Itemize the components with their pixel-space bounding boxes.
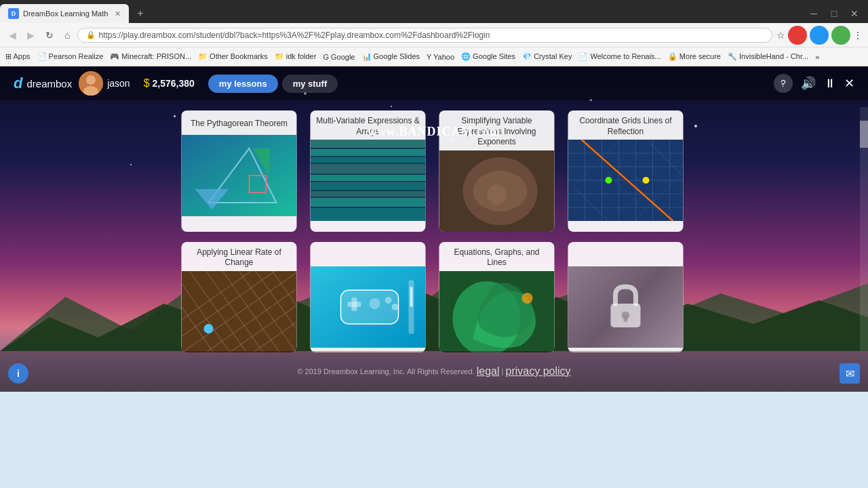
bandicam-watermark: www.BANDICAM.com xyxy=(0,125,868,139)
tab-close-button[interactable]: ✕ xyxy=(115,9,121,18)
bookmark-more[interactable]: » xyxy=(815,53,819,61)
more-menu-button[interactable]: ⋮ xyxy=(853,30,863,41)
address-bar[interactable]: 🔒 https://play.dreambox.com/student/dbl?… xyxy=(77,28,772,43)
lesson-image-multivariable xyxy=(311,140,426,221)
lesson-card-locked[interactable] xyxy=(568,242,684,352)
coin-balance: $ 2,576,380 xyxy=(144,77,195,89)
bookmark-pearson[interactable]: 📄 Pearson Realize xyxy=(37,52,104,61)
svg-point-64 xyxy=(392,304,399,310)
logo-d: d xyxy=(14,75,22,92)
maximize-button[interactable]: □ xyxy=(826,5,842,22)
lesson-grid: The Pythagorean Theorem Multi-Variable E… xyxy=(182,110,687,352)
ssl-icon: 🔒 xyxy=(86,30,96,39)
active-tab[interactable]: D DreamBox Learning Math ✕ xyxy=(0,4,129,23)
svg-rect-68 xyxy=(410,287,413,307)
url-display: https://play.dreambox.com/student/dbl?ba… xyxy=(98,30,764,40)
svg-point-35 xyxy=(643,177,650,184)
lesson-image-linear xyxy=(182,271,297,352)
lesson-card-game[interactable] xyxy=(311,242,426,352)
tab-favicon: D xyxy=(8,8,19,19)
header-controls: ? 🔊 ⏸ ✕ xyxy=(774,74,854,93)
close-window-button[interactable]: ✕ xyxy=(846,5,863,22)
dreambox-app: www.BANDICAM.com d dreambox jason $ 2,57… xyxy=(0,66,868,392)
coin-amount: 2,576,380 xyxy=(153,78,195,89)
audio-button[interactable]: 🔊 xyxy=(801,76,816,91)
lesson-image-pythagorean xyxy=(182,135,297,216)
lesson-card-equations[interactable]: Equations, Graphs, and Lines xyxy=(439,242,555,352)
svg-rect-10 xyxy=(311,149,426,156)
svg-rect-15 xyxy=(311,191,426,197)
footer-pipe: | xyxy=(500,367,506,375)
lesson-image-locked xyxy=(568,266,684,348)
pause-button[interactable]: ⏸ xyxy=(824,77,836,91)
svg-rect-74 xyxy=(624,315,628,322)
tab-my-lessons[interactable]: my lessons xyxy=(208,75,278,93)
svg-rect-14 xyxy=(311,182,426,190)
bookmark-idk[interactable]: 📁 idk folder xyxy=(275,52,317,61)
svg-point-63 xyxy=(385,297,392,304)
avatar xyxy=(79,71,103,96)
new-tab-button[interactable]: + xyxy=(132,7,149,20)
dreambox-logo: d dreambox xyxy=(14,75,72,92)
svg-point-71 xyxy=(522,293,533,304)
tab-title: DreamBox Learning Math xyxy=(23,9,108,18)
browser-nav-icons: ☆ ⋮ xyxy=(776,26,863,45)
navigation-bar: ◀ ▶ ↻ ⌂ 🔒 https://play.dreambox.com/stud… xyxy=(0,23,868,47)
username-label: jason xyxy=(107,78,130,89)
footer-privacy-link[interactable]: privacy policy xyxy=(506,365,571,378)
footer-copyright: © 2019 Dreambox Learning, Inc. All Right… xyxy=(297,367,474,375)
svg-rect-9 xyxy=(311,140,426,148)
tab-bar: D DreamBox Learning Math ✕ + ─ □ ✕ xyxy=(0,0,868,23)
svg-rect-43 xyxy=(182,271,297,352)
help-button[interactable]: ? xyxy=(774,74,793,93)
bookmark-other[interactable]: 📁 Other Bookmarks xyxy=(198,52,268,61)
minimize-button[interactable]: ─ xyxy=(806,5,822,22)
bookmark-gsites[interactable]: 🌐 Google Sites xyxy=(461,52,515,61)
bookmarks-bar: ⊞ Apps 📄 Pearson Realize 🎮 Minecraft: PR… xyxy=(0,47,868,66)
bookmark-star-button[interactable]: ☆ xyxy=(776,30,785,41)
reload-button[interactable]: ↻ xyxy=(42,28,57,42)
lesson-card-linear[interactable]: Applying Linear Rate of Change xyxy=(182,242,297,352)
mail-button[interactable]: ✉ xyxy=(840,363,860,384)
footer-legal-link[interactable]: legal xyxy=(477,365,500,378)
lesson-title-locked xyxy=(568,242,684,266)
bookmark-crystal[interactable]: 💎 Crystal Key xyxy=(522,52,572,61)
lesson-image-equations xyxy=(439,271,555,352)
app-footer: © 2019 Dreambox Learning, Inc. All Right… xyxy=(0,351,868,392)
lesson-title-linear: Applying Linear Rate of Change xyxy=(182,242,297,271)
user-profile-button[interactable] xyxy=(788,26,807,45)
main-nav-tabs: my lessons my stuff xyxy=(208,75,338,93)
bookmark-invisible[interactable]: 🔧 InvisibleHand - Chr... xyxy=(728,52,808,61)
bookmark-apps[interactable]: ⊞ Apps xyxy=(5,52,31,61)
back-button[interactable]: ◀ xyxy=(5,28,20,42)
lesson-image-game xyxy=(311,266,426,348)
tab-my-stuff[interactable]: my stuff xyxy=(282,75,338,93)
forward-button[interactable]: ▶ xyxy=(24,28,38,42)
scrollbar[interactable] xyxy=(860,107,868,351)
lesson-title-equations: Equations, Graphs, and Lines xyxy=(439,242,555,271)
svg-rect-17 xyxy=(311,208,426,221)
svg-rect-11 xyxy=(311,157,426,163)
lesson-title-game xyxy=(311,242,426,266)
bookmark-secure[interactable]: 🔒 More secure xyxy=(668,52,721,61)
bookmark-welcome[interactable]: 📄 Welcome to Renais... xyxy=(578,52,660,61)
coin-icon: $ xyxy=(144,77,150,89)
bookmark-minecraft[interactable]: 🎮 Minecraft: PRISON... xyxy=(110,52,191,61)
info-button[interactable]: i xyxy=(8,363,28,384)
home-button[interactable]: ⌂ xyxy=(61,28,73,42)
bookmark-slides[interactable]: 📊 Google Slides xyxy=(362,52,420,61)
lesson-image-simplifying xyxy=(439,150,555,232)
svg-rect-3 xyxy=(182,135,297,216)
svg-rect-13 xyxy=(311,175,426,181)
lesson-image-coordinate xyxy=(568,140,684,221)
svg-point-1 xyxy=(86,75,96,85)
logo-text: dreambox xyxy=(26,78,72,89)
bookmark-yahoo[interactable]: Y Yahoo xyxy=(427,53,454,61)
close-button[interactable]: ✕ xyxy=(844,76,854,91)
cast-button[interactable] xyxy=(810,26,829,45)
bookmark-google[interactable]: G Google xyxy=(323,53,355,61)
svg-point-62 xyxy=(370,298,380,309)
extension-button[interactable] xyxy=(831,26,850,45)
svg-point-58 xyxy=(204,324,214,333)
svg-point-34 xyxy=(606,177,612,184)
